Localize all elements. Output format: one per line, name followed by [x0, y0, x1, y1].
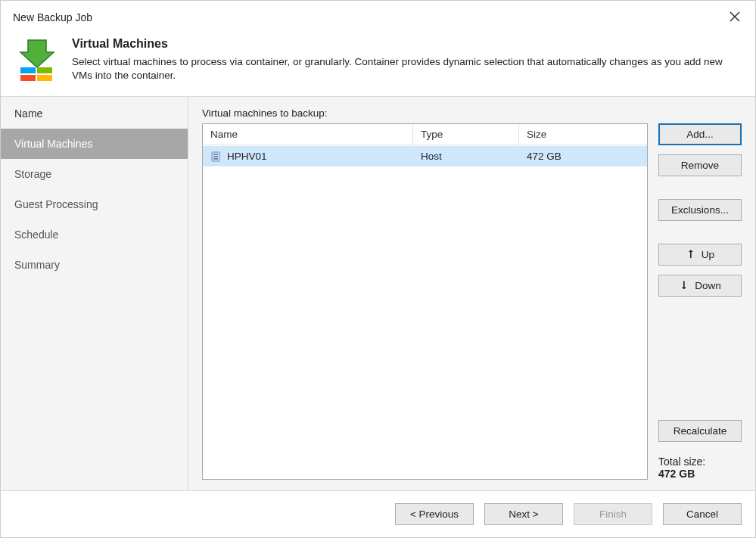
sidebar-item-summary[interactable]: Summary: [1, 250, 188, 280]
column-header-name[interactable]: Name: [203, 124, 413, 145]
arrow-up-icon: 🠕: [686, 250, 695, 260]
cell-name: HPHV01: [227, 151, 267, 162]
section-label: Virtual machines to backup:: [202, 107, 742, 119]
finish-button: Finish: [574, 503, 652, 525]
svg-rect-5: [213, 154, 218, 155]
column-header-type[interactable]: Type: [413, 124, 519, 145]
wizard-header: Virtual Machines Select virtual machines…: [1, 28, 755, 96]
total-size-label: Total size:: [658, 456, 742, 468]
wizard-header-text: Virtual Machines Select virtual machines…: [72, 37, 743, 82]
backup-icon: [16, 37, 58, 81]
sidebar-item-name[interactable]: Name: [1, 98, 188, 129]
recalculate-button[interactable]: Recalculate: [658, 420, 742, 442]
add-button[interactable]: Add...: [658, 123, 742, 145]
remove-button[interactable]: Remove: [658, 154, 742, 176]
wizard-sidebar: Name Virtual Machines Storage Guest Proc…: [1, 97, 188, 490]
svg-rect-7: [213, 158, 218, 160]
close-icon[interactable]: [723, 8, 746, 27]
exclusions-button[interactable]: Exclusions...: [658, 199, 742, 221]
svg-rect-6: [213, 156, 218, 157]
page-title: Virtual Machines: [72, 37, 743, 51]
svg-rect-0: [20, 67, 36, 73]
down-button[interactable]: 🠗 Down: [658, 275, 742, 297]
next-button[interactable]: Next >: [484, 503, 563, 525]
cell-type: Host: [413, 146, 519, 166]
cell-size: 472 GB: [519, 146, 647, 166]
sidebar-item-schedule[interactable]: Schedule: [1, 219, 188, 250]
arrow-down-icon: 🠗: [679, 281, 689, 291]
sidebar-item-storage[interactable]: Storage: [1, 159, 188, 189]
cancel-button[interactable]: Cancel: [663, 503, 742, 525]
sidebar-item-guest-processing[interactable]: Guest Processing: [1, 189, 188, 219]
titlebar: New Backup Job: [1, 1, 755, 28]
sidebar-item-virtual-machines[interactable]: Virtual Machines: [1, 129, 188, 159]
up-button[interactable]: 🠕 Up: [658, 244, 742, 266]
window-title: New Backup Job: [13, 11, 92, 23]
page-description: Select virtual machines to process via c…: [72, 55, 743, 82]
total-size-value: 472 GB: [658, 468, 742, 480]
vm-table[interactable]: Name Type Size HPHV01 Host 472 GB: [202, 123, 648, 480]
server-icon: [210, 151, 221, 162]
table-row[interactable]: HPHV01 Host 472 GB: [203, 146, 647, 166]
svg-rect-1: [37, 67, 52, 73]
main-panel: Virtual machines to backup: Name Type Si…: [188, 97, 755, 490]
table-header: Name Type Size: [203, 124, 647, 146]
svg-rect-2: [20, 75, 36, 81]
total-size: Total size: 472 GB: [658, 456, 742, 480]
action-buttons: Add... Remove Exclusions... 🠕 Up 🠗 Down …: [658, 123, 742, 480]
wizard-footer: < Previous Next > Finish Cancel: [1, 491, 755, 537]
previous-button[interactable]: < Previous: [395, 503, 474, 525]
svg-rect-3: [37, 75, 52, 81]
column-header-size[interactable]: Size: [519, 124, 647, 145]
